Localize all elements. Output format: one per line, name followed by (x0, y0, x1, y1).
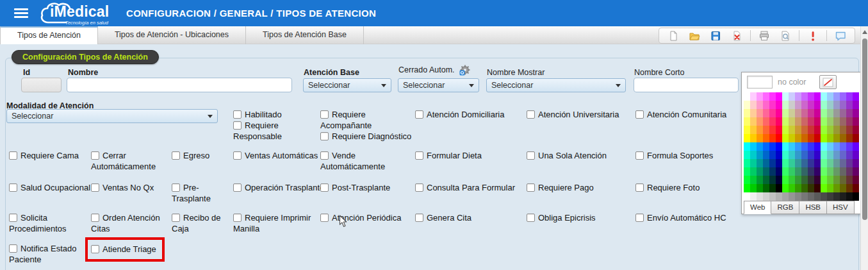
palette-color[interactable] (744, 184, 750, 192)
palette-color[interactable] (808, 92, 814, 101)
palette-color[interactable] (750, 134, 757, 142)
palette-color[interactable] (744, 151, 750, 159)
checkbox-atencion-comunitaria[interactable]: Atención Comunitaria (635, 109, 738, 120)
palette-color[interactable] (776, 142, 782, 151)
palette-color[interactable] (750, 167, 757, 176)
id-field[interactable] (21, 78, 61, 92)
palette-color[interactable] (795, 184, 801, 192)
palette-color[interactable] (763, 92, 769, 101)
palette-color[interactable] (853, 134, 859, 142)
palette-color[interactable] (846, 159, 853, 167)
palette-color[interactable] (763, 126, 769, 134)
palette-color[interactable] (757, 176, 763, 184)
palette-color[interactable] (789, 192, 795, 201)
palette-color[interactable] (840, 109, 846, 117)
checkbox-box[interactable] (9, 151, 17, 160)
palette-color[interactable] (744, 101, 750, 109)
palette-color[interactable] (814, 109, 821, 117)
palette-color[interactable] (757, 117, 763, 126)
palette-color[interactable] (801, 117, 808, 126)
checkbox-box[interactable] (233, 214, 242, 222)
palette-color[interactable] (846, 192, 853, 201)
checkbox-box[interactable] (91, 245, 99, 253)
palette-color[interactable] (776, 151, 782, 159)
palette-color[interactable] (750, 151, 757, 159)
palette-color[interactable] (750, 117, 757, 126)
palette-color[interactable] (776, 109, 782, 117)
nombre-corto-field[interactable] (634, 78, 739, 92)
checkbox-requiere-pago[interactable]: Requiere Pago (527, 182, 632, 193)
atencion-base-select[interactable]: Seleccionar (303, 78, 391, 92)
palette-color[interactable] (840, 184, 846, 192)
palette-color[interactable] (782, 184, 789, 192)
checkbox-box[interactable] (415, 151, 423, 160)
palette-color[interactable] (814, 176, 821, 184)
palette-color[interactable] (757, 151, 763, 159)
checkbox-box[interactable] (527, 183, 535, 192)
palette-color[interactable] (814, 142, 821, 151)
palette-color[interactable] (833, 192, 840, 201)
palette-color[interactable] (769, 167, 776, 176)
palette-color[interactable] (821, 142, 827, 151)
palette-color[interactable] (846, 167, 853, 176)
palette-color[interactable] (744, 176, 750, 184)
palette-color[interactable] (801, 109, 808, 117)
palette-color[interactable] (801, 151, 808, 159)
palette-color[interactable] (769, 184, 776, 192)
checkbox-atencion-universitaria[interactable]: Atención Universitaria (527, 109, 632, 120)
palette-color[interactable] (853, 142, 859, 151)
no-color-button[interactable] (819, 75, 837, 89)
palette-color[interactable] (801, 92, 808, 101)
palette-color[interactable] (833, 117, 840, 126)
checkbox-atiende-triage[interactable]: Atiende Triage (85, 237, 165, 262)
scrollbar[interactable] (860, 26, 868, 270)
palette-color[interactable] (814, 192, 821, 201)
palette-color[interactable] (840, 92, 846, 101)
palette-color[interactable] (808, 109, 814, 117)
checkbox-requiere-responsable[interactable]: Requiere Responsable (233, 120, 318, 142)
checkbox-requiere-acompanante[interactable]: Requiere Acompañante (320, 109, 416, 131)
palette-color[interactable] (757, 126, 763, 134)
palette-color[interactable] (757, 109, 763, 117)
palette-color[interactable] (846, 184, 853, 192)
palette-color[interactable] (801, 167, 808, 176)
palette-color[interactable] (782, 142, 789, 151)
palette-color[interactable] (744, 109, 750, 117)
palette-color[interactable] (763, 142, 769, 151)
palette-color[interactable] (808, 151, 814, 159)
palette-color[interactable] (782, 134, 789, 142)
menu-icon[interactable] (14, 8, 28, 18)
checkbox-box[interactable] (320, 132, 329, 140)
palette-color[interactable] (776, 101, 782, 109)
palette-color[interactable] (827, 117, 833, 126)
palette-color[interactable] (795, 167, 801, 176)
palette-color[interactable] (827, 134, 833, 142)
palette-color[interactable] (795, 134, 801, 142)
checkbox-box[interactable] (320, 183, 329, 192)
checkbox-atencion-domiciliaria[interactable]: Atención Domiciliaria (415, 109, 523, 120)
palette-color[interactable] (769, 159, 776, 167)
palette-color[interactable] (795, 159, 801, 167)
palette-color[interactable] (801, 142, 808, 151)
palette-color[interactable] (795, 117, 801, 126)
palette-color[interactable] (814, 151, 821, 159)
palette-color[interactable] (853, 101, 859, 109)
checkbox-requiere-cama[interactable]: Requiere Cama (9, 150, 91, 161)
checkbox-box[interactable] (415, 214, 423, 222)
palette-color[interactable] (833, 176, 840, 184)
palette-color[interactable] (763, 176, 769, 184)
palette-color[interactable] (750, 159, 757, 167)
checkbox-habilitado[interactable]: Habilitado (233, 109, 318, 120)
palette-color[interactable] (833, 126, 840, 134)
nombre-mostrar-select[interactable]: Seleccionar (486, 78, 626, 92)
palette-color[interactable] (782, 126, 789, 134)
palette-color[interactable] (833, 159, 840, 167)
palette-color[interactable] (840, 167, 846, 176)
palette-color[interactable] (821, 117, 827, 126)
palette-color[interactable] (821, 176, 827, 184)
save-icon[interactable] (708, 29, 723, 42)
palette-color[interactable] (808, 134, 814, 142)
palette-color[interactable] (795, 101, 801, 109)
checkbox-ventas-no-qx[interactable]: Ventas No Qx (91, 182, 168, 193)
palette-color[interactable] (776, 92, 782, 101)
